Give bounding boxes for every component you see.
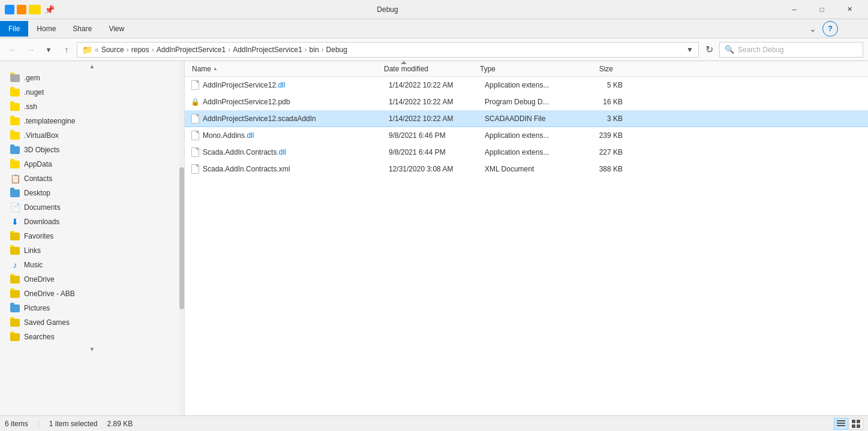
back-button[interactable]: ← [5, 42, 20, 58]
file-row-5[interactable]: Scada.AddIn.Contracts.dll 9/8/2021 6:44 … [185, 144, 868, 161]
tab-home[interactable]: Home [28, 21, 64, 37]
crumb-source[interactable]: Source [101, 46, 124, 54]
sidebar-label-desktop: Desktop [24, 189, 50, 197]
crumb-addin2[interactable]: AddInProjectService1 [233, 46, 302, 54]
status-count: 6 items [5, 420, 28, 428]
crumb-bin[interactable]: bin [310, 46, 319, 54]
tab-view[interactable]: View [100, 21, 133, 37]
sidebar-label-pictures: Pictures [24, 304, 50, 312]
folder-links-icon [10, 245, 20, 256]
close-button[interactable]: ✕ [836, 0, 863, 19]
tab-file[interactable]: File [0, 21, 28, 37]
folder-documents-icon: 📄 [10, 202, 20, 213]
folder-downloads-icon: ⬇ [10, 216, 20, 227]
sidebar-scroll-up[interactable]: ▲ [0, 61, 184, 71]
file-row-3[interactable]: AddInProjectService12.scadaAddIn 1/14/20… [185, 110, 868, 127]
column-header-date[interactable]: Date modified [382, 61, 477, 76]
refresh-button[interactable]: ↻ [701, 42, 717, 58]
file-name-3: AddInProjectService12.scadaAddIn [203, 114, 389, 123]
file-type-5: Application extens... [485, 148, 575, 156]
ribbon-expand-button[interactable]: ⌄ [803, 19, 822, 38]
sidebar-label-appdata: AppData [24, 160, 52, 168]
sidebar-label-onedrive-abb: OneDrive - ABB [24, 290, 75, 298]
file-type-3: SCADAADDIN File [485, 114, 575, 123]
sidebar-scrollbar-track[interactable] [179, 61, 184, 415]
folder-contacts-icon: 📋 [10, 173, 20, 184]
folder-desktop-icon [10, 188, 20, 198]
sidebar-item-virtualbox[interactable]: .VirtualBox [0, 128, 184, 143]
up-button[interactable]: ↑ [59, 42, 74, 58]
file-size-4: 239 KB [575, 131, 623, 140]
sidebar-item-music[interactable]: ♪ Music [0, 258, 184, 272]
svg-rect-4 [857, 420, 860, 423]
svg-rect-2 [837, 425, 845, 426]
folder-virtualbox-icon [10, 130, 20, 141]
sidebar-item-searches[interactable]: Searches [0, 330, 184, 344]
svg-rect-0 [837, 420, 845, 421]
sidebar-item-pictures[interactable]: Pictures [0, 301, 184, 315]
sidebar-label-music: Music [24, 261, 43, 269]
sidebar-item-gem[interactable]: .gem [0, 71, 184, 85]
sidebar-item-desktop[interactable]: Desktop [0, 186, 184, 200]
view-list-button[interactable] [834, 418, 848, 430]
file-icon-5 [190, 147, 200, 158]
col-size-label: Size [599, 65, 613, 73]
address-path[interactable]: 📁 « Source › repos › AddInProjectService… [77, 42, 699, 58]
sidebar-item-favorites[interactable]: Favorites [0, 229, 184, 243]
folder-3dobjects-icon [10, 144, 20, 155]
file-type-6: XML Document [485, 165, 575, 173]
sidebar-label-virtualbox: .VirtualBox [24, 131, 59, 140]
address-dropdown-arrow[interactable]: ▼ [686, 46, 693, 54]
address-sep-5: › [305, 46, 307, 54]
window-title: Debug [0, 5, 780, 14]
crumb-repos[interactable]: repos [131, 46, 149, 54]
svg-rect-1 [837, 423, 845, 424]
sidebar-item-onedrive[interactable]: OneDrive [0, 272, 184, 287]
sidebar-item-links[interactable]: Links [0, 243, 184, 258]
file-date-3: 1/14/2022 10:22 AM [389, 114, 485, 123]
col-name-label: Name [192, 65, 211, 73]
file-name-6: Scada.AddIn.Contracts.xml [203, 165, 389, 173]
sidebar-item-ssh[interactable]: .ssh [0, 100, 184, 114]
help-button[interactable]: ? [822, 21, 838, 37]
tab-share[interactable]: Share [64, 21, 100, 37]
file-list: AddInProjectService12.dll 1/14/2022 10:2… [185, 77, 868, 415]
file-row-1[interactable]: AddInProjectService12.dll 1/14/2022 10:2… [185, 77, 868, 94]
file-row-2[interactable]: 🔒 AddInProjectService12.pdb 1/14/2022 10… [185, 94, 868, 110]
crumb-addin1[interactable]: AddInProjectService1 [157, 46, 226, 54]
column-header-size[interactable]: Size [567, 61, 615, 76]
sidebar-item-appdata[interactable]: AppData [0, 157, 184, 171]
maximize-button[interactable]: □ [808, 0, 836, 19]
file-row-4[interactable]: Mono.Addins.dll 9/8/2021 6:46 PM Applica… [185, 127, 868, 144]
sidebar-label-favorites: Favorites [24, 232, 53, 240]
folder-searches-icon [10, 331, 20, 342]
sidebar-scrollbar-thumb[interactable] [179, 167, 184, 309]
sidebar-item-nuget[interactable]: .nuget [0, 85, 184, 100]
column-header-type[interactable]: Type [477, 61, 567, 76]
column-header-name[interactable]: Name ▲ [190, 61, 382, 76]
sidebar-item-savedgames[interactable]: Saved Games [0, 315, 184, 330]
crumb-debug[interactable]: Debug [326, 46, 347, 54]
file-icon-3 [190, 113, 200, 124]
dropdown-button[interactable]: ▼ [41, 42, 56, 58]
view-detail-button[interactable] [849, 418, 863, 430]
minimize-button[interactable]: ─ [780, 0, 808, 19]
sidebar-item-onedrive-abb[interactable]: OneDrive - ABB [0, 287, 184, 301]
sidebar-item-3dobjects[interactable]: 3D Objects [0, 143, 184, 157]
forward-button[interactable]: → [23, 42, 38, 58]
file-name-5: Scada.AddIn.Contracts.dll [203, 148, 389, 156]
folder-onedrive-icon [10, 274, 20, 285]
sidebar-item-contacts[interactable]: 📋 Contacts [0, 171, 184, 186]
file-size-3: 3 KB [575, 114, 623, 123]
sidebar-item-templateengine[interactable]: .templateengine [0, 114, 184, 128]
sidebar-item-documents[interactable]: 📄 Documents [0, 200, 184, 215]
file-row-6[interactable]: Scada.AddIn.Contracts.xml 12/31/2020 3:0… [185, 161, 868, 177]
sidebar-label-gem: .gem [24, 74, 40, 82]
col-type-label: Type [480, 65, 495, 73]
sidebar-label-ssh: .ssh [24, 103, 37, 111]
search-box[interactable]: 🔍 Search Debug [719, 42, 863, 58]
file-icon-6 [190, 164, 200, 174]
sidebar-scroll-down[interactable]: ▼ [0, 344, 184, 354]
status-sep-1: | [38, 420, 40, 428]
sidebar-item-downloads[interactable]: ⬇ Downloads [0, 215, 184, 229]
